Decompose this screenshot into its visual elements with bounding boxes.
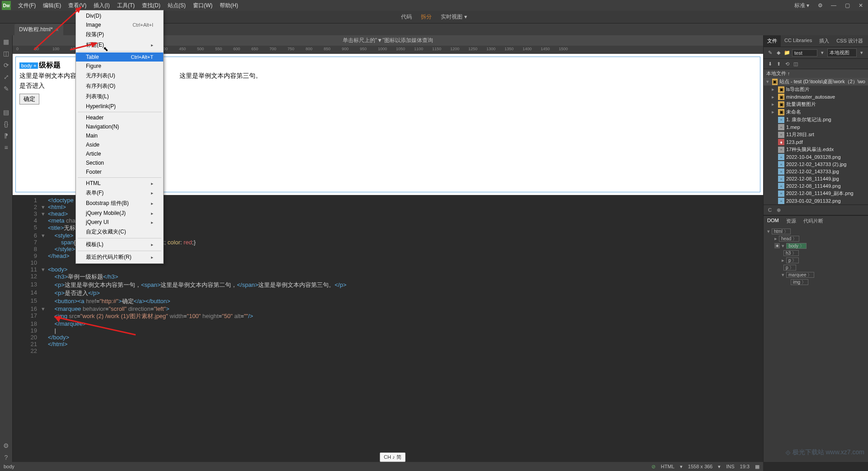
site-root[interactable]: ▾▣ 站点 - test (D:\tools\桌面\work（2）\work (… [764,78,868,86]
menu-item-jquerymobilej[interactable]: jQuery Mobile(J) [76,209,163,218]
menu-item-hyperlinkp[interactable]: Hyperlink(P) [76,102,163,111]
dom-node-body[interactable]: +▾body 〉 [765,243,866,250]
code-line[interactable]: 15 <button><a href="http:#">确定</a></butt… [13,297,763,305]
menu-item-jqueryui[interactable]: jQuery UI [76,218,163,227]
add-node-icon[interactable]: + [774,243,780,248]
tool-format-icon[interactable]: {} [2,119,11,128]
menu-site[interactable]: 站点(S) [164,0,189,11]
right-tab-0[interactable]: 文件 [764,35,781,47]
menu-item-footer[interactable]: Footer [76,167,163,176]
file-item[interactable]: ▫2022-10-04_093128.png [764,153,868,161]
sync-icon[interactable]: ⟲ [783,60,791,67]
right-tab-3[interactable]: CSS 设计器 [833,35,867,47]
file-item[interactable]: ▸▣未命名 [764,108,868,116]
file-item[interactable]: ▫1. 康奈尔笔记法.png [764,116,868,124]
put-files-icon[interactable]: ⬆ [775,60,782,67]
code-line[interactable]: 16▾ <marquee behavior="scroll" direction… [13,305,763,312]
folder-icon[interactable]: 📁 [783,49,791,57]
dom-node-p[interactable]: p 〉 [765,264,866,271]
menu-item-c[interactable]: 自定义收藏夹(C) [76,227,163,237]
expand-panel-icon[interactable]: ◫ [792,60,799,67]
menu-item-l[interactable]: 列表项(L) [76,91,163,102]
workspace-switcher[interactable]: 标准 ▾ [792,1,812,10]
get-files-icon[interactable]: ⬇ [766,60,774,67]
local-files-header[interactable]: 本地文件 ↑ [764,69,868,78]
file-item[interactable]: ▫2022-12-02_143733 (2).jpg [764,161,868,168]
file-item[interactable]: ▸▣mindmaster_autosave [764,93,868,100]
file-item[interactable]: ▫2022-12-08_111449.png [764,182,868,190]
tag-path[interactable]: body [4,464,14,469]
tool-pref-icon[interactable]: ⚙ [2,441,11,450]
status-ok-icon[interactable]: ⊘ [651,464,656,470]
code-line[interactable]: 21</html> [13,341,763,347]
dom-node-h3[interactable]: h3 〉 [765,250,866,257]
file-item[interactable]: ▫2022-12-08_111449.jpg [764,175,868,182]
close-window-icon[interactable]: ✕ [855,1,866,10]
menu-item-section[interactable]: Section [76,158,163,167]
menu-item-html[interactable]: HTML [76,179,163,188]
confirm-button[interactable]: 确定 [19,94,39,105]
menu-item-f[interactable]: 表单(F) [76,188,163,198]
view-dropdown-icon[interactable]: ▾ [858,49,865,57]
file-item[interactable]: ▸▣ls导出图片 [764,86,868,93]
view-code[interactable]: 代码 [401,13,412,21]
tool-wand-icon[interactable]: ✎ [2,84,11,93]
tool-comment-icon[interactable]: ⁋ [2,131,11,140]
menu-item-article[interactable]: Article [76,149,163,158]
menu-find[interactable]: 查找(D) [138,0,164,11]
menu-help[interactable]: 帮助(H) [216,0,242,11]
menu-item-figure[interactable]: Figure [76,62,163,71]
tool-help-icon[interactable]: ? [2,453,11,462]
tool-codeview-icon[interactable]: ▤ [2,108,11,117]
dom-tab-0[interactable]: DOM [764,216,783,226]
tool-live-icon[interactable]: ⟳ [2,61,11,70]
file-item[interactable]: ▫1.mep [764,124,868,131]
link-icon[interactable]: ⊕ [775,206,782,214]
view-split[interactable]: 拆分 [421,13,432,21]
site-dropdown-icon[interactable]: ▾ [819,49,826,57]
dom-node-html[interactable]: ▾html 〉 [765,228,866,235]
dom-node-p[interactable]: ▸p 〉 [765,257,866,264]
menu-window[interactable]: 窗口(W) [189,0,216,11]
file-tree[interactable]: ▾▣ 站点 - test (D:\tools\桌面\work（2）\work (… [764,78,868,205]
dom-tab-1[interactable]: 资源 [783,216,800,226]
menu-item-aside[interactable]: Aside [76,140,163,149]
minimize-icon[interactable]: — [828,1,839,10]
menu-item-l[interactable]: 模板(L) [76,239,163,250]
file-item[interactable]: ▫11月28日.srt [764,131,868,138]
code-line[interactable]: 13 <p>这里是举例文本内容第一句，<span>这里是举例文本内容第二句，</… [13,281,763,289]
tool-file-manage-icon[interactable]: ▦ [2,37,11,46]
tool-split-icon[interactable]: ◫ [2,49,11,58]
code-line[interactable]: 11▾<body> [13,266,763,273]
overflow-icon[interactable]: ▦ [755,464,760,470]
refresh-files-icon[interactable]: C [766,206,774,214]
menu-insert[interactable]: 插入(I) [90,0,113,11]
define-sites-icon[interactable]: ✎ [766,49,774,57]
doctype-indicator[interactable]: HTML [661,464,675,469]
tool-collapse-icon[interactable]: ≡ [2,143,11,152]
menu-item-u[interactable]: 无序列表(U) [76,71,163,81]
dom-tree[interactable]: ▾html 〉▸head 〉+▾body 〉h3 〉▸p 〉p 〉▾marque… [764,226,868,288]
menu-tools[interactable]: 工具(T) [113,0,138,11]
file-item[interactable]: ▸▣批量调整图片 [764,100,868,108]
menu-item-main[interactable]: Main [76,131,163,140]
file-item[interactable]: ▫2023-01-02_091132.png [764,197,868,205]
menu-item-r[interactable]: 最近的代码片断(R) [76,252,163,262]
menu-item-bootstrapb[interactable]: Bootstrap 组件(B) [76,198,163,209]
menu-item-o[interactable]: 有序列表(O) [76,81,163,91]
code-line[interactable]: 22 [13,347,763,354]
site-select[interactable]: test [792,49,817,57]
tool-expand-icon[interactable]: ⤢ [2,72,11,81]
dom-tab-2[interactable]: 代码片断 [800,216,827,226]
dom-node-img[interactable]: img 〉 [765,279,866,286]
connect-icon[interactable]: ◆ [775,49,782,57]
view-select[interactable]: 本地视图 [827,48,857,57]
dom-node-head[interactable]: ▸head 〉 [765,235,866,243]
body-tag-badge[interactable]: body + [19,62,38,69]
insert-mode[interactable]: INS [726,464,734,469]
menu-item-navigationn[interactable]: Navigation(N) [76,122,163,131]
view-live[interactable]: 实时视图 ▾ [441,13,467,21]
file-item[interactable]: ▫2022-12-02_143733.jpg [764,168,868,175]
right-tab-1[interactable]: CC Libraries [781,35,816,47]
code-line[interactable]: 12 <h3>举例一级标题</h3> [13,273,763,281]
